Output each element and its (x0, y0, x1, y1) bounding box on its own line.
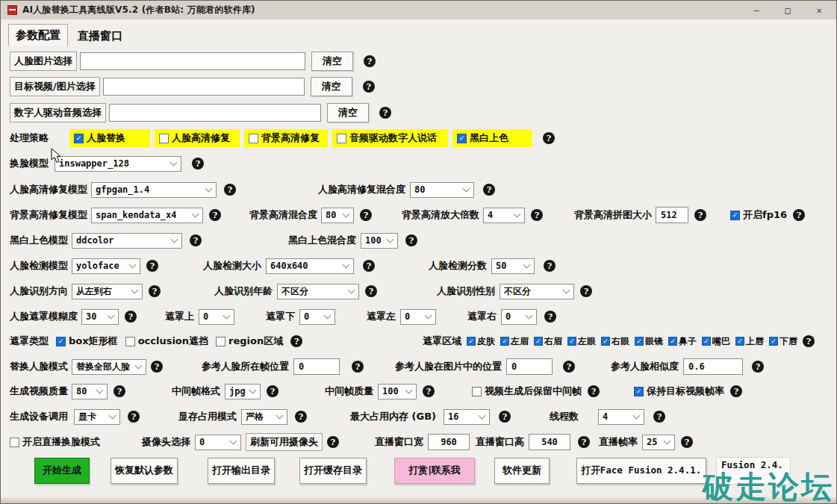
live-width-input[interactable] (428, 434, 470, 450)
strategy-face-swap-checkbox[interactable]: ✓ 人脸替换 (69, 129, 150, 147)
help-icon[interactable]: ? (363, 260, 375, 272)
help-icon[interactable]: ? (588, 385, 600, 397)
help-icon[interactable]: ? (405, 234, 417, 246)
live-height-input[interactable] (529, 434, 570, 450)
camera-select[interactable]: 0 (195, 435, 241, 450)
help-icon[interactable]: ? (327, 436, 339, 448)
help-icon[interactable]: ? (125, 311, 137, 323)
help-icon[interactable]: ? (730, 385, 742, 397)
vram-mode-select[interactable]: 严格 (241, 409, 287, 425)
help-icon[interactable]: ? (499, 411, 511, 423)
clear-face-image-button[interactable]: 清空 (311, 52, 353, 71)
mask-region-nose-checkbox[interactable]: ✓ 鼻子 (668, 335, 697, 348)
tab-live-window[interactable]: 直播窗口 (71, 25, 129, 46)
mask-bottom-select[interactable]: 0 (299, 309, 335, 325)
help-icon[interactable]: ? (149, 285, 161, 297)
help-icon[interactable]: ? (580, 285, 592, 297)
help-icon[interactable]: ? (151, 361, 163, 373)
help-icon[interactable]: ? (295, 411, 307, 423)
help-icon[interactable]: ? (352, 361, 364, 373)
bg-restore-model-select[interactable]: span_kendata_x4 (91, 208, 203, 223)
detect-size-select[interactable]: 640x640 (266, 258, 354, 274)
device-select[interactable]: 显卡 (74, 409, 120, 425)
ref-frame-pos-input[interactable] (293, 358, 340, 375)
help-icon[interactable]: ? (653, 411, 665, 423)
help-icon[interactable]: ? (364, 55, 376, 67)
help-icon[interactable]: ? (483, 184, 495, 196)
mask-region-lower-lip-checkbox[interactable]: ✓ 下唇 (769, 335, 797, 348)
recog-direction-select[interactable]: 从左到右 (72, 284, 143, 299)
ref-similarity-input[interactable] (683, 358, 743, 375)
reset-defaults-button[interactable]: 恢复默认参数 (111, 458, 178, 484)
target-media-path-input[interactable] (103, 78, 305, 96)
live-mode-checkbox[interactable]: 开启直播换脸模式 (10, 435, 100, 449)
help-icon[interactable]: ? (803, 335, 815, 347)
help-icon[interactable]: ? (365, 285, 377, 297)
software-update-button[interactable]: 软件更新 (494, 458, 550, 484)
face-image-picker-button[interactable]: 人脸图片选择 (10, 52, 77, 71)
swap-mode-select[interactable]: 替换全部人脸 (72, 359, 146, 375)
strategy-bg-restore-checkbox[interactable]: 背景高清修复 (244, 129, 328, 147)
open-output-dir-button[interactable]: 打开输出目录 (208, 458, 275, 484)
mask-region-glasses-checkbox[interactable]: ✓ 眼镜 (635, 335, 663, 348)
help-icon[interactable]: ? (531, 209, 543, 221)
swap-model-select[interactable]: inswapper_128 (55, 156, 181, 172)
maximize-icon[interactable]: □ (782, 5, 794, 16)
refresh-camera-button[interactable]: 刷新可用摄像头 (246, 433, 323, 451)
strategy-audio-drive-checkbox[interactable]: 音频驱动数字人说话 (332, 129, 448, 147)
mask-region-skin-checkbox[interactable]: ✓ 皮肤 (467, 335, 495, 348)
help-icon[interactable]: ? (793, 209, 805, 221)
mask-top-select[interactable]: 0 (199, 309, 234, 325)
ref-image-pos-input[interactable] (506, 358, 553, 375)
mask-region-right-brow-checkbox[interactable]: ✓ 右眉 (534, 335, 562, 348)
help-icon[interactable]: ? (113, 385, 125, 397)
face-restore-blend-select[interactable]: 80 (410, 182, 474, 198)
bg-upscale-factor-select[interactable]: 4 (483, 208, 525, 223)
help-icon[interactable]: ? (423, 385, 435, 397)
minimize-icon[interactable]: — (750, 5, 762, 16)
video-quality-select[interactable]: 80 (72, 384, 108, 399)
mask-region-left-eye-checkbox[interactable]: ✓ 左眼 (567, 335, 596, 348)
bg-tile-size-input[interactable] (656, 207, 688, 223)
open-facefusion-button[interactable]: 打开Face Fusion 2.4.1. (576, 458, 706, 484)
mask-region-left-brow-checkbox[interactable]: ✓ 左眉 (500, 335, 529, 348)
mask-region-mouth-checkbox[interactable]: ✓ 嘴巴 (702, 335, 730, 348)
max-memory-select[interactable]: 16 (444, 409, 490, 425)
target-media-picker-button[interactable]: 目标视频/图片选择 (10, 77, 100, 96)
strategy-colorize-checkbox[interactable]: ✓ 黑白上色 (452, 129, 532, 147)
help-icon[interactable]: ? (363, 81, 375, 93)
close-icon[interactable]: ✕ (813, 5, 825, 16)
threads-select[interactable]: 4 (598, 409, 644, 425)
detect-score-select[interactable]: 50 (491, 258, 535, 274)
tab-parameter-config[interactable]: 参数配置 (8, 24, 68, 46)
mask-right-select[interactable]: 0 (501, 309, 537, 325)
help-icon[interactable]: ? (379, 107, 391, 119)
help-icon[interactable]: ? (224, 184, 236, 196)
recog-gender-select[interactable]: 不区分 (500, 284, 574, 299)
colorize-blend-select[interactable]: 100 (361, 233, 398, 249)
help-icon[interactable]: ? (192, 158, 204, 169)
help-icon[interactable]: ? (290, 335, 302, 347)
mask-type-occlusion-checkbox[interactable]: occlusion遮挡 (125, 335, 208, 348)
mask-type-box-checkbox[interactable]: ✓ box矩形框 (56, 335, 118, 348)
help-icon[interactable]: ? (563, 361, 575, 373)
fp16-checkbox[interactable]: ✓ 开启fp16 (730, 208, 787, 222)
keep-frames-checkbox[interactable]: 视频生成后保留中间帧 (472, 385, 582, 398)
detect-model-select[interactable]: yoloface (72, 258, 140, 274)
help-icon[interactable]: ? (190, 234, 202, 246)
face-image-path-input[interactable] (80, 52, 305, 70)
help-icon[interactable]: ? (209, 209, 221, 221)
mask-region-right-eye-checkbox[interactable]: ✓ 右眼 (601, 335, 629, 348)
colorize-model-select[interactable]: ddcolor (72, 233, 182, 249)
help-icon[interactable]: ? (544, 260, 556, 272)
help-icon[interactable]: ? (544, 311, 556, 323)
recog-age-select[interactable]: 不区分 (277, 284, 359, 299)
help-icon[interactable]: ? (681, 436, 693, 448)
bg-restore-blend-select[interactable]: 80 (321, 208, 354, 223)
frame-format-select[interactable]: jpg (225, 384, 261, 399)
help-icon[interactable]: ? (360, 209, 372, 221)
face-restore-model-select[interactable]: gfpgan_1.4 (91, 182, 217, 198)
help-icon[interactable]: ? (752, 361, 764, 373)
donate-contact-button[interactable]: 打赏|联系我 (394, 458, 475, 484)
clear-target-media-button[interactable]: 清空 (311, 77, 352, 96)
